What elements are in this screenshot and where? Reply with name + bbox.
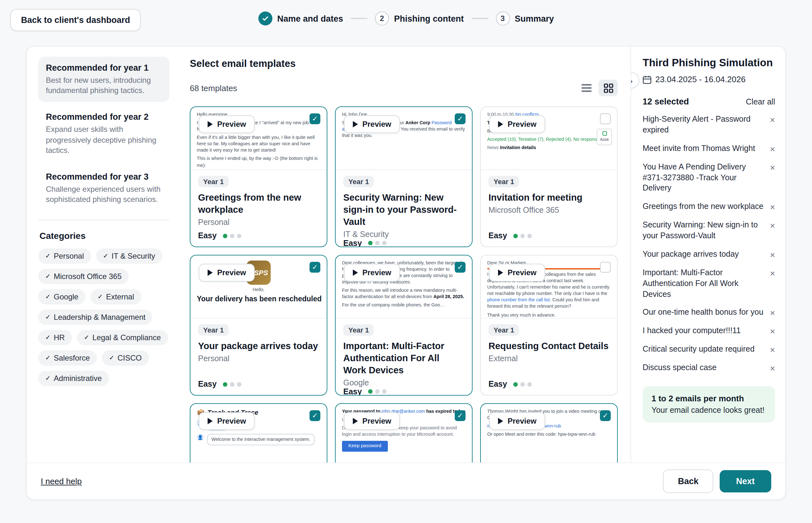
template-card-body: Year 1Invitation for meetingMicrosoft Of… <box>481 170 617 247</box>
selected-item: Our one-time health bonus for you× <box>643 304 775 322</box>
preview-button[interactable]: Preview <box>199 264 255 282</box>
category-chip-label: Microsoft Office 365 <box>54 272 122 281</box>
remove-item-button[interactable]: × <box>770 362 775 373</box>
template-card[interactable]: Thomas Wright has invited you to join a … <box>480 403 618 463</box>
template-checkbox[interactable]: ✓ <box>455 410 465 421</box>
template-checkbox[interactable]: ✓ <box>455 113 465 124</box>
step-phishing-content[interactable]: 2Phishing content <box>375 12 464 25</box>
selected-item: I hacked your computer!!!11× <box>643 322 775 341</box>
template-card[interactable]: 📦Track and Trace👤Hello!👤Welcome to the i… <box>190 403 327 463</box>
step-summary[interactable]: 3Summary <box>496 12 554 25</box>
template-grid: Hello everyone,I promised to be in touch… <box>190 106 618 463</box>
preview-button[interactable]: Preview <box>344 115 400 133</box>
template-card[interactable]: Hi John Doe,Someone has logged into your… <box>335 106 473 247</box>
preview-button-label: Preview <box>362 268 391 277</box>
sidebar: Recommended for year 1Best for new users… <box>27 47 177 463</box>
step-label: Name and dates <box>277 14 343 23</box>
difficulty-row: Easy <box>488 380 609 389</box>
remove-item-button[interactable]: × <box>770 220 775 230</box>
list-view-button[interactable] <box>577 79 596 96</box>
preview-button[interactable]: Preview <box>489 115 546 133</box>
recommendation-item[interactable]: Recommended for year 3Challenge experien… <box>38 166 169 211</box>
remove-item-button[interactable]: × <box>770 268 775 278</box>
template-card[interactable]: 9:00 to 10:30 No conflictsTeams MeetingB… <box>480 106 618 247</box>
remove-item-button[interactable]: × <box>770 162 775 172</box>
template-card[interactable]: Your password to john.doe@anker.com has … <box>335 403 473 463</box>
preview-button[interactable]: Preview <box>344 264 400 282</box>
remove-item-button[interactable]: × <box>770 326 775 336</box>
category-chip[interactable]: ✓Salesforce <box>38 351 97 366</box>
template-card[interactable]: Dear colleagues, we have, unfortunately,… <box>335 255 473 396</box>
help-link[interactable]: I need help <box>41 476 82 486</box>
template-checkbox[interactable]: ✓ <box>310 410 320 421</box>
template-checkbox[interactable]: ✓ <box>455 262 465 273</box>
template-card[interactable]: Hello everyone,I promised to be in touch… <box>190 106 327 247</box>
template-category: Microsoft Office 365 <box>488 206 609 215</box>
recommendation-item[interactable]: Recommended for year 1Best for new users… <box>38 57 169 102</box>
category-chip[interactable]: ✓External <box>90 290 141 305</box>
remove-item-button[interactable]: × <box>770 307 775 318</box>
category-chip[interactable]: ✓Administrative <box>38 371 109 386</box>
template-card[interactable]: USPSHello,Your delivery has been resched… <box>190 255 327 396</box>
play-icon <box>498 418 503 424</box>
difficulty-dot <box>368 241 373 245</box>
difficulty-row: Easy <box>488 231 609 240</box>
template-preview: USPSHello,Your delivery has been resched… <box>190 255 327 319</box>
category-chip[interactable]: ✓IT & Security <box>96 249 162 264</box>
difficulty-label: Easy <box>198 380 217 389</box>
difficulty-label: Easy <box>343 387 362 396</box>
check-icon: ✓ <box>45 355 51 361</box>
remove-item-button[interactable]: × <box>770 202 775 212</box>
template-title: Important: Multi-Factor Authentication F… <box>343 340 464 376</box>
play-icon <box>353 269 358 276</box>
template-checkbox[interactable]: ✓ <box>600 410 611 421</box>
template-checkbox[interactable]: ✓ <box>310 113 320 124</box>
step-number: 2 <box>375 12 389 25</box>
selected-item: You Have A Pending Delivery #371-3273880… <box>643 158 775 197</box>
year-badge: Year 1 <box>198 176 229 187</box>
selected-item-label: You Have A Pending Delivery #371-3273880… <box>643 162 765 194</box>
category-chip-label: HR <box>54 333 65 342</box>
template-checkbox[interactable]: ✓ <box>310 262 320 273</box>
collapse-panel-button[interactable]: › <box>631 72 640 89</box>
category-chip[interactable]: ✓Google <box>38 290 85 305</box>
category-chip[interactable]: ✓CISCO <box>102 351 149 366</box>
grid-view-button[interactable] <box>599 79 618 96</box>
remove-item-button[interactable]: × <box>770 344 775 354</box>
category-chip[interactable]: ✓Leadership & Management <box>38 310 152 325</box>
template-checkbox[interactable] <box>600 262 611 273</box>
category-chip[interactable]: ✓Microsoft Office 365 <box>38 269 129 285</box>
next-button[interactable]: Next <box>719 470 771 492</box>
remove-item-button[interactable]: × <box>770 143 775 154</box>
check-icon: ✓ <box>109 355 114 361</box>
preview-button[interactable]: Preview <box>489 264 546 282</box>
section-title: Select email templates <box>190 58 618 69</box>
category-chip[interactable]: ✓Personal <box>38 249 91 264</box>
recommendation-desc: Expand user skills with progressively de… <box>46 125 162 156</box>
selected-item: Greetings from the new workplace× <box>643 198 775 216</box>
preview-button[interactable]: Preview <box>344 412 400 430</box>
preview-button[interactable]: Preview <box>199 115 255 133</box>
back-to-dashboard-button[interactable]: Back to client's dashboard <box>10 9 141 31</box>
selected-item-label: Our one-time health bonus for you <box>643 307 763 318</box>
play-icon <box>208 121 213 127</box>
keep-password-button: Keep password <box>342 441 388 452</box>
category-chip-label: Leadership & Management <box>54 313 146 322</box>
back-button[interactable]: Back <box>663 469 713 493</box>
sidebar-divider <box>38 220 169 221</box>
difficulty-row: Easy <box>198 380 319 389</box>
category-chip[interactable]: ✓Legal & Compliance <box>77 330 168 346</box>
difficulty-dot <box>375 389 380 394</box>
step-name-and-dates[interactable]: Name and dates <box>258 12 343 25</box>
clear-all-button[interactable]: Clear all <box>746 97 775 106</box>
template-card[interactable]: Dear Sir or Madam,I am looking for one o… <box>480 255 618 396</box>
preview-button[interactable]: Preview <box>199 412 255 430</box>
category-chip[interactable]: ✓HR <box>38 330 72 346</box>
recommendation-item[interactable]: Recommended for year 2Expand user skills… <box>38 106 169 162</box>
remove-item-button[interactable]: × <box>770 249 775 259</box>
preview-button-label: Preview <box>508 120 537 129</box>
template-checkbox[interactable] <box>600 113 611 124</box>
remove-item-button[interactable]: × <box>770 114 775 124</box>
preview-text-line: Accepted (10), Tentative (7), Rejected (… <box>487 136 611 143</box>
preview-button[interactable]: Preview <box>489 412 546 430</box>
